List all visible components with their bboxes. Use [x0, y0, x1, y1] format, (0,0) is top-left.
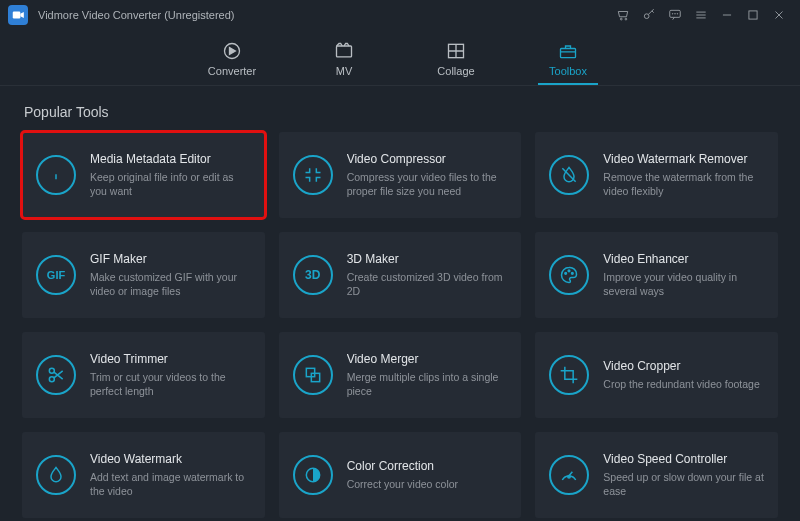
svg-rect-8	[749, 11, 757, 19]
no-water-icon	[549, 155, 589, 195]
card-desc: Make customized GIF with your video or i…	[90, 270, 251, 298]
merge-icon	[293, 355, 333, 395]
card-title: Color Correction	[347, 459, 508, 473]
svg-rect-18	[306, 368, 314, 376]
maximize-icon[interactable]	[740, 2, 766, 28]
palette-icon	[549, 255, 589, 295]
card-title: Video Watermark	[90, 452, 251, 466]
card-video-watermark[interactable]: Video Watermark Add text and image water…	[22, 432, 265, 518]
content: Popular Tools Media Metadata Editor Keep…	[0, 86, 800, 521]
card-video-cropper[interactable]: Video Cropper Crop the redundant video f…	[535, 332, 778, 418]
menu-icon[interactable]	[688, 2, 714, 28]
card-video-watermark-remover[interactable]: Video Watermark Remover Remove the water…	[535, 132, 778, 218]
crop-icon	[549, 355, 589, 395]
titlebar: Vidmore Video Converter (Unregistered)	[0, 0, 800, 30]
card-desc: Remove the watermark from the video flex…	[603, 170, 764, 198]
svg-rect-10	[337, 46, 352, 57]
card-title: Media Metadata Editor	[90, 152, 251, 166]
tab-converter[interactable]: Converter	[202, 40, 262, 85]
svg-point-21	[568, 475, 571, 478]
app-title: Vidmore Video Converter (Unregistered)	[38, 9, 234, 21]
card-desc: Improve your video quality in several wa…	[603, 270, 764, 298]
card-title: GIF Maker	[90, 252, 251, 266]
scissors-icon	[36, 355, 76, 395]
svg-point-14	[568, 270, 570, 272]
svg-rect-12	[561, 49, 576, 58]
card-desc: Speed up or slow down your file at ease	[603, 470, 764, 498]
info-icon	[36, 155, 76, 195]
card-media-metadata-editor[interactable]: Media Metadata Editor Keep original file…	[22, 132, 265, 218]
card-color-correction[interactable]: Color Correction Correct your video colo…	[279, 432, 522, 518]
card-desc: Trim or cut your videos to the perfect l…	[90, 370, 251, 398]
card-title: 3D Maker	[347, 252, 508, 266]
card-video-compressor[interactable]: Video Compressor Compress your video fil…	[279, 132, 522, 218]
speed-icon	[549, 455, 589, 495]
svg-point-7	[677, 14, 678, 15]
tab-label: Collage	[437, 65, 474, 77]
minimize-icon[interactable]	[714, 2, 740, 28]
card-desc: Compress your video files to the proper …	[347, 170, 508, 198]
card-desc: Crop the redundant video footage	[603, 377, 764, 391]
card-title: Video Speed Controller	[603, 452, 764, 466]
card-gif-maker[interactable]: GIF GIF Maker Make customized GIF with y…	[22, 232, 265, 318]
card-desc: Correct your video color	[347, 477, 508, 491]
tab-label: Toolbox	[549, 65, 587, 77]
cart-icon[interactable]	[610, 2, 636, 28]
color-icon	[293, 455, 333, 495]
tab-mv[interactable]: MV	[314, 40, 374, 85]
card-video-trimmer[interactable]: Video Trimmer Trim or cut your videos to…	[22, 332, 265, 418]
card-title: Video Watermark Remover	[603, 152, 764, 166]
card-desc: Merge multiple clips into a single piece	[347, 370, 508, 398]
svg-rect-19	[311, 373, 319, 381]
water-icon	[36, 455, 76, 495]
tools-grid: Media Metadata Editor Keep original file…	[22, 132, 778, 518]
svg-rect-0	[13, 12, 21, 19]
card-desc: Keep original file info or edit as you w…	[90, 170, 251, 198]
svg-point-13	[565, 273, 567, 275]
app-logo	[8, 5, 28, 25]
collage-icon	[445, 40, 467, 62]
threed-icon: 3D	[293, 255, 333, 295]
converter-icon	[221, 40, 243, 62]
card-desc: Add text and image watermark to the vide…	[90, 470, 251, 498]
card-video-merger[interactable]: Video Merger Merge multiple clips into a…	[279, 332, 522, 418]
tab-label: MV	[336, 65, 353, 77]
toolbox-icon	[557, 40, 579, 62]
card-title: Video Trimmer	[90, 352, 251, 366]
key-icon[interactable]	[636, 2, 662, 28]
card-title: Video Cropper	[603, 359, 764, 373]
mv-icon	[333, 40, 355, 62]
card-video-enhancer[interactable]: Video Enhancer Improve your video qualit…	[535, 232, 778, 318]
tab-collage[interactable]: Collage	[426, 40, 486, 85]
feedback-icon[interactable]	[662, 2, 688, 28]
tab-toolbox[interactable]: Toolbox	[538, 40, 598, 85]
svg-point-5	[672, 14, 673, 15]
section-title: Popular Tools	[24, 104, 778, 120]
card-title: Video Compressor	[347, 152, 508, 166]
card-desc: Create customized 3D video from 2D	[347, 270, 508, 298]
card-3d-maker[interactable]: 3D 3D Maker Create customized 3D video f…	[279, 232, 522, 318]
card-title: Video Merger	[347, 352, 508, 366]
card-video-speed-controller[interactable]: Video Speed Controller Speed up or slow …	[535, 432, 778, 518]
compress-icon	[293, 155, 333, 195]
close-icon[interactable]	[766, 2, 792, 28]
svg-point-2	[625, 18, 627, 20]
tab-label: Converter	[208, 65, 256, 77]
card-title: Video Enhancer	[603, 252, 764, 266]
tabs: Converter MV Collage Toolbox	[0, 30, 800, 86]
svg-point-1	[620, 18, 622, 20]
gif-icon: GIF	[36, 255, 76, 295]
svg-point-6	[675, 14, 676, 15]
svg-point-15	[572, 273, 574, 275]
svg-point-3	[644, 14, 649, 19]
